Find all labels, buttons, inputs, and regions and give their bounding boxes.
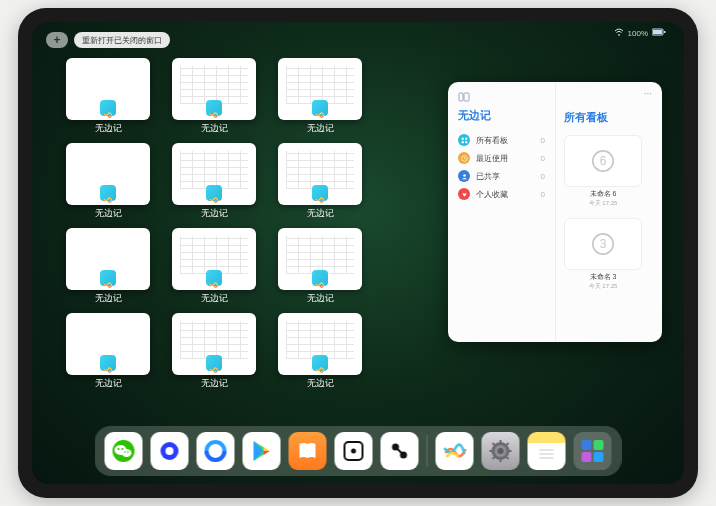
window-label: 无边记 bbox=[201, 207, 228, 220]
freeform-app-icon bbox=[315, 190, 325, 198]
dock-books-icon[interactable] bbox=[289, 432, 327, 470]
dock-dice-icon[interactable] bbox=[335, 432, 373, 470]
window-thumbnail bbox=[66, 313, 150, 375]
new-window-button[interactable]: + bbox=[46, 32, 68, 48]
freeform-app-icon bbox=[315, 275, 325, 283]
clock-icon bbox=[458, 152, 470, 164]
window-thumbnail bbox=[278, 58, 362, 120]
dock-freeform-icon[interactable] bbox=[436, 432, 474, 470]
window-label: 无边记 bbox=[307, 377, 334, 390]
window-label: 无边记 bbox=[201, 377, 228, 390]
window-card[interactable]: 无边记 bbox=[278, 228, 362, 305]
svg-rect-38 bbox=[594, 452, 604, 462]
window-label: 无边记 bbox=[95, 122, 122, 135]
svg-point-26 bbox=[351, 449, 356, 454]
svg-point-20 bbox=[124, 451, 126, 453]
window-card[interactable]: 无边记 bbox=[66, 313, 150, 390]
svg-rect-8 bbox=[465, 141, 467, 143]
sidebar-item-clock[interactable]: 最近使用0 bbox=[458, 149, 545, 167]
window-thumbnail bbox=[172, 143, 256, 205]
window-card[interactable]: 无边记 bbox=[66, 143, 150, 220]
window-card[interactable]: 无边记 bbox=[66, 228, 150, 305]
window-label: 无边记 bbox=[201, 292, 228, 305]
window-label: 无边记 bbox=[307, 122, 334, 135]
dock-separator bbox=[427, 435, 428, 467]
svg-rect-3 bbox=[459, 93, 463, 101]
svg-rect-35 bbox=[582, 440, 592, 450]
board-card[interactable]: 3未命名 3今天 17:25 bbox=[564, 218, 642, 291]
svg-point-10 bbox=[463, 174, 466, 177]
board-label: 未命名 3 bbox=[564, 272, 642, 282]
sidebar-item-label: 所有看板 bbox=[476, 135, 508, 146]
svg-rect-2 bbox=[664, 31, 666, 33]
dock-quark-icon[interactable] bbox=[151, 432, 189, 470]
wifi-icon bbox=[614, 28, 624, 38]
window-label: 无边记 bbox=[95, 207, 122, 220]
board-card[interactable]: 6未命名 6今天 17:25 bbox=[564, 135, 642, 208]
sidebar-item-person[interactable]: 已共享0 bbox=[458, 167, 545, 185]
freeform-sidebar-window[interactable]: 无边记 所有看板0最近使用0已共享0个人收藏0 ··· 所有看板 6未命名 6今… bbox=[448, 82, 662, 342]
freeform-app-icon bbox=[103, 360, 113, 368]
window-label: 无边记 bbox=[307, 292, 334, 305]
freeform-app-icon bbox=[315, 105, 325, 113]
svg-rect-5 bbox=[461, 137, 463, 139]
svg-point-17 bbox=[122, 449, 132, 457]
dock-notes-icon[interactable] bbox=[528, 432, 566, 470]
window-card[interactable]: 无边记 bbox=[172, 58, 256, 135]
svg-point-23 bbox=[166, 447, 174, 455]
freeform-app-icon bbox=[103, 190, 113, 198]
window-label: 无边记 bbox=[201, 122, 228, 135]
window-label: 无边记 bbox=[307, 207, 334, 220]
board-meta: 今天 17:25 bbox=[564, 282, 642, 291]
top-controls: + 重新打开已关闭的窗口 bbox=[46, 32, 170, 48]
dock-wechat-icon[interactable] bbox=[105, 432, 143, 470]
dock bbox=[95, 426, 622, 476]
status-bar: 100% bbox=[614, 28, 666, 38]
more-icon[interactable]: ··· bbox=[644, 88, 652, 99]
window-card[interactable]: 无边记 bbox=[66, 58, 150, 135]
svg-rect-37 bbox=[582, 452, 592, 462]
sidebar-item-grid[interactable]: 所有看板0 bbox=[458, 131, 545, 149]
sidebar-right: ··· 所有看板 6未命名 6今天 17:253未命名 3今天 17:25 bbox=[556, 82, 662, 342]
board-thumbnail: 3 bbox=[564, 218, 642, 270]
window-card[interactable]: 无边记 bbox=[278, 143, 362, 220]
svg-text:3: 3 bbox=[600, 237, 607, 251]
reopen-label: 重新打开已关闭的窗口 bbox=[82, 35, 162, 46]
battery-icon bbox=[652, 28, 666, 38]
sidebar-item-count: 0 bbox=[541, 172, 545, 181]
window-thumbnail bbox=[66, 143, 150, 205]
dock-camera-connect-icon[interactable] bbox=[381, 432, 419, 470]
battery-text: 100% bbox=[628, 29, 648, 38]
window-thumbnail bbox=[278, 143, 362, 205]
window-card[interactable]: 无边记 bbox=[278, 313, 362, 390]
svg-point-21 bbox=[127, 451, 129, 453]
window-card[interactable]: 无边记 bbox=[172, 143, 256, 220]
dock-settings-icon[interactable] bbox=[482, 432, 520, 470]
reopen-closed-window-button[interactable]: 重新打开已关闭的窗口 bbox=[74, 32, 170, 48]
sidebar-app-title: 无边记 bbox=[458, 108, 545, 123]
window-thumbnail bbox=[172, 58, 256, 120]
sidebar-item-label: 个人收藏 bbox=[476, 189, 508, 200]
svg-rect-36 bbox=[594, 440, 604, 450]
freeform-app-icon bbox=[209, 360, 219, 368]
window-card[interactable]: 无边记 bbox=[172, 228, 256, 305]
svg-rect-1 bbox=[653, 30, 662, 34]
dock-play-icon[interactable] bbox=[243, 432, 281, 470]
freeform-app-icon bbox=[103, 105, 113, 113]
window-card[interactable]: 无边记 bbox=[172, 313, 256, 390]
sidebar-app-icon bbox=[458, 92, 545, 104]
dock-app-library-icon[interactable] bbox=[574, 432, 612, 470]
window-thumbnail bbox=[172, 313, 256, 375]
freeform-app-icon bbox=[103, 275, 113, 283]
window-thumbnail bbox=[66, 228, 150, 290]
sidebar-item-count: 0 bbox=[541, 190, 545, 199]
sidebar-item-heart[interactable]: 个人收藏0 bbox=[458, 185, 545, 203]
window-thumbnail bbox=[66, 58, 150, 120]
dock-qqbrowser-icon[interactable] bbox=[197, 432, 235, 470]
sidebar-item-label: 已共享 bbox=[476, 171, 500, 182]
freeform-app-icon bbox=[209, 275, 219, 283]
window-card[interactable]: 无边记 bbox=[278, 58, 362, 135]
window-thumbnail bbox=[172, 228, 256, 290]
svg-text:6: 6 bbox=[600, 154, 607, 168]
window-thumbnail bbox=[278, 228, 362, 290]
